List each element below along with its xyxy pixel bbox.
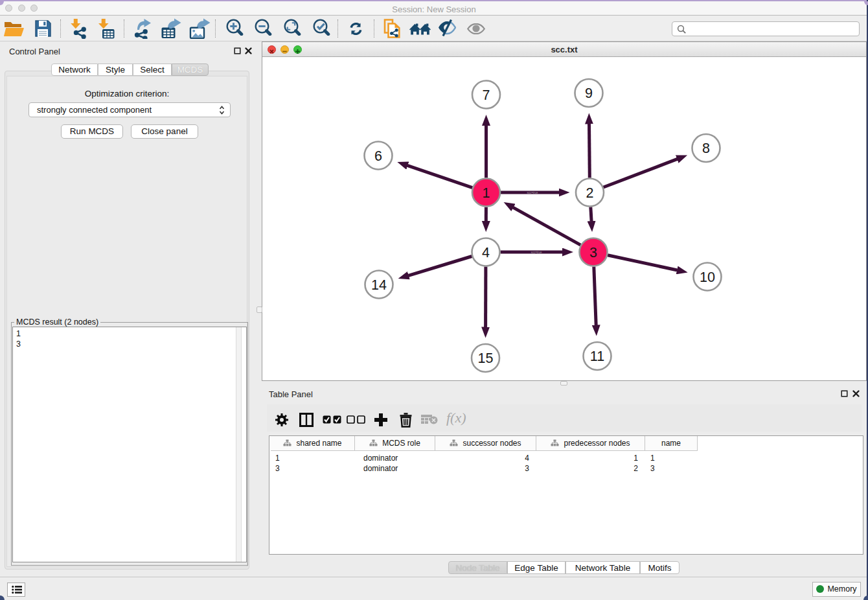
svg-text:3: 3 xyxy=(589,245,597,260)
svg-text:6: 6 xyxy=(374,148,382,164)
svg-text:8: 8 xyxy=(702,141,710,156)
svg-text:4: 4 xyxy=(482,245,490,260)
svg-text:15: 15 xyxy=(478,351,494,366)
svg-text:9: 9 xyxy=(585,86,593,101)
svg-text:1: 1 xyxy=(483,185,490,201)
svg-text:11: 11 xyxy=(590,349,604,364)
svg-text:7: 7 xyxy=(483,87,490,103)
svg-text:2: 2 xyxy=(586,185,594,201)
svg-text:scc=true: scc=true xyxy=(527,191,538,194)
svg-text:scc=true: scc=true xyxy=(531,251,542,254)
svg-text:10: 10 xyxy=(700,270,715,285)
svg-text:14: 14 xyxy=(371,277,387,293)
